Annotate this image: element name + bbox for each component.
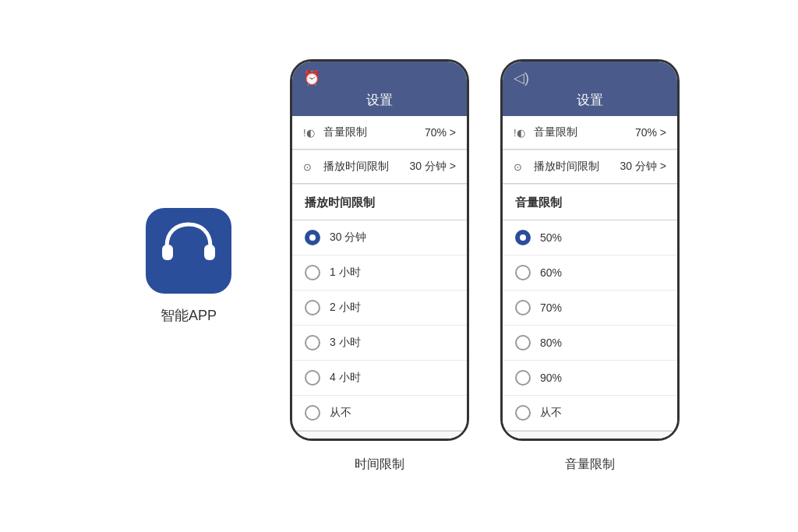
- speaker-icon: ◁): [514, 69, 529, 86]
- radio-never-right[interactable]: [515, 405, 531, 421]
- settings-item-time[interactable]: ⊙ 播放时间限制 30 分钟 >: [292, 150, 467, 184]
- option-never-left[interactable]: 从不: [292, 396, 467, 431]
- radio-80pct[interactable]: [515, 335, 531, 351]
- option-never-right[interactable]: 从不: [503, 396, 677, 431]
- phone-right-title: 设置: [577, 91, 603, 109]
- settings-item-volume-r[interactable]: !◐ 音量限制 70% >: [503, 116, 677, 150]
- radio-30min[interactable]: [305, 230, 320, 245]
- radio-never-left[interactable]: [305, 405, 320, 421]
- settings-item-time-r[interactable]: ⊙ 播放时间限制 30 分钟 >: [503, 150, 677, 184]
- time-label: 播放时间限制: [323, 160, 409, 174]
- radio-3hour[interactable]: [305, 335, 320, 351]
- radio-2hour[interactable]: [305, 300, 320, 315]
- phone-left-header: ⏰ 设置: [292, 62, 467, 116]
- picker-right-options: 50% 60% 70% 80%: [503, 220, 677, 431]
- philips-logo-icon: PHILIPS: [146, 208, 231, 294]
- picker-left-title: 播放时间限制: [292, 185, 467, 220]
- option-never-left-label: 从不: [330, 406, 351, 420]
- app-label: 智能APP: [161, 306, 217, 325]
- radio-90pct[interactable]: [515, 370, 531, 386]
- option-80pct[interactable]: 80%: [503, 326, 677, 361]
- volume-value-r: 70% >: [635, 126, 666, 139]
- option-4hour-label: 4 小时: [330, 371, 361, 385]
- phone-left-title: 设置: [366, 91, 393, 109]
- logo-section: PHILIPS 智能APP: [118, 208, 259, 325]
- option-60pct-label: 60%: [540, 266, 562, 279]
- picker-right-footer: 完成: [503, 431, 677, 441]
- radio-60pct[interactable]: [515, 265, 531, 280]
- volume-icon-r: !◐: [514, 127, 528, 139]
- svg-rect-0: [162, 245, 173, 260]
- option-never-right-label: 从不: [540, 406, 562, 420]
- volume-label-r: 音量限制: [534, 125, 635, 139]
- page-container: PHILIPS 智能APP ⏰ 设置 !◐ 音量限制 70% > ⊙ 播放时间限…: [103, 44, 695, 488]
- option-50pct-label: 50%: [540, 231, 562, 244]
- philips-brand-text: PHILIPS: [166, 268, 211, 280]
- picker-right-title: 音量限制: [503, 185, 677, 220]
- option-90pct-label: 90%: [540, 372, 562, 384]
- phone-volume-limit-wrapper: ◁) 设置 !◐ 音量限制 70% > ⊙ 播放时间限制 30 分钟 > 音量限…: [500, 59, 680, 473]
- radio-4hour[interactable]: [305, 370, 320, 386]
- phone-time-limit-wrapper: ⏰ 设置 !◐ 音量限制 70% > ⊙ 播放时间限制 30 分钟 > 播放时间…: [290, 59, 469, 473]
- option-50pct[interactable]: 50%: [503, 220, 677, 255]
- option-90pct[interactable]: 90%: [503, 361, 677, 396]
- option-30min-label: 30 分钟: [330, 231, 366, 245]
- phone-left-settings: !◐ 音量限制 70% > ⊙ 播放时间限制 30 分钟 >: [292, 116, 467, 185]
- picker-left-options: 30 分钟 1 小时 2 小时 3 小时: [292, 220, 467, 431]
- option-1hour-label: 1 小时: [330, 266, 361, 280]
- option-60pct[interactable]: 60%: [503, 255, 677, 291]
- radio-70pct[interactable]: [515, 300, 531, 315]
- time-label-r: 播放时间限制: [534, 160, 620, 174]
- radio-50pct[interactable]: [515, 230, 531, 245]
- timer-icon-r: ⊙: [514, 161, 528, 173]
- option-70pct-label: 70%: [540, 301, 562, 314]
- radio-1hour[interactable]: [305, 265, 320, 280]
- phone-right-caption: 音量限制: [565, 456, 615, 473]
- phone-left-caption: 时间限制: [355, 456, 404, 473]
- svg-rect-1: [204, 245, 215, 260]
- option-3hour-label: 3 小时: [330, 336, 361, 350]
- option-2hour-label: 2 小时: [330, 301, 361, 315]
- clock-icon: ⏰: [303, 69, 320, 86]
- option-30min[interactable]: 30 分钟: [292, 220, 467, 255]
- volume-label: 音量限制: [323, 125, 425, 139]
- phone-right-picker: 音量限制 50% 60% 70%: [503, 185, 677, 441]
- settings-item-volume[interactable]: !◐ 音量限制 70% >: [292, 116, 467, 150]
- phone-right-header: ◁) 设置: [503, 62, 677, 116]
- phone-time-limit: ⏰ 设置 !◐ 音量限制 70% > ⊙ 播放时间限制 30 分钟 > 播放时间…: [290, 59, 469, 441]
- phone-right-settings: !◐ 音量限制 70% > ⊙ 播放时间限制 30 分钟 >: [503, 116, 677, 185]
- option-80pct-label: 80%: [540, 336, 562, 349]
- phone-volume-limit: ◁) 设置 !◐ 音量限制 70% > ⊙ 播放时间限制 30 分钟 > 音量限…: [500, 59, 680, 441]
- option-70pct[interactable]: 70%: [503, 291, 677, 326]
- volume-value: 70% >: [425, 126, 456, 139]
- option-3hour[interactable]: 3 小时: [292, 326, 467, 361]
- option-2hour[interactable]: 2 小时: [292, 291, 467, 326]
- option-1hour[interactable]: 1 小时: [292, 255, 467, 291]
- option-4hour[interactable]: 4 小时: [292, 361, 467, 396]
- volume-icon: !◐: [303, 127, 317, 139]
- time-value: 30 分钟 >: [409, 160, 456, 174]
- time-value-r: 30 分钟 >: [620, 160, 666, 174]
- phone-left-picker: 播放时间限制 30 分钟 1 小时 2 小时: [292, 185, 467, 441]
- timer-icon: ⊙: [303, 161, 317, 173]
- picker-left-footer: 完成: [292, 431, 467, 441]
